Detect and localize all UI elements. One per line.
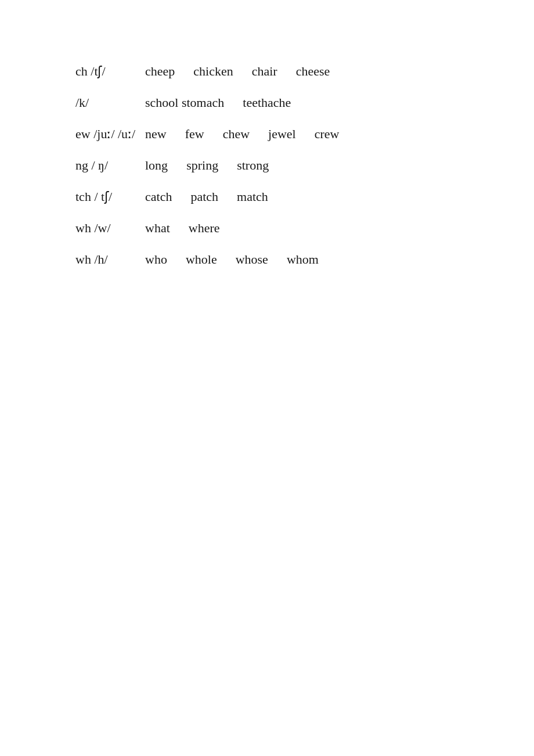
phonics-words-ew: newfewchewjewelcrew [145, 127, 339, 142]
word-wh-w-0: what [145, 221, 170, 236]
phonics-label-ew: ew /juː/ /uː/ [75, 127, 145, 142]
phonics-label-tch: tch / tʃ/ [75, 189, 145, 204]
word-wh-h-3: whom [287, 252, 319, 267]
phonics-words-k: school stomachteethache [145, 95, 291, 110]
phonics-row-k: /k/school stomachteethache [75, 95, 534, 110]
phonics-words-wh-w: whatwhere [145, 221, 220, 236]
word-k-1: teethache [243, 95, 291, 110]
word-tch-2: match [237, 189, 268, 204]
word-ng-1: spring [186, 158, 218, 173]
word-tch-1: patch [190, 189, 218, 204]
word-ng-0: long [145, 158, 168, 173]
word-ew-4: crew [315, 127, 340, 142]
word-ew-2: chew [223, 127, 250, 142]
phonics-label-wh-h: wh /h/ [75, 252, 145, 267]
phonics-words-ng: longspringstrong [145, 158, 269, 173]
word-wh-h-2: whose [236, 252, 268, 267]
phonics-row-ew: ew /juː/ /uː/newfewchewjewelcrew [75, 127, 534, 142]
word-ew-1: few [185, 127, 204, 142]
word-ew-0: new [145, 127, 167, 142]
word-tch-0: catch [145, 189, 172, 204]
phonics-words-tch: catchpatchmatch [145, 189, 268, 204]
word-wh-h-1: whole [186, 252, 217, 267]
phonics-row-ch: ch /tʃ/cheepchickenchaircheese [75, 64, 534, 79]
phonics-words-wh-h: whowholewhosewhom [145, 252, 319, 267]
word-ch-0: cheep [145, 64, 175, 79]
phonics-row-ng: ng / ŋ/longspringstrong [75, 158, 534, 173]
word-ch-1: chicken [193, 64, 233, 79]
word-ew-3: jewel [268, 127, 296, 142]
phonics-label-k: /k/ [75, 95, 145, 110]
main-content: ch /tʃ/cheepchickenchaircheese/k/school … [0, 0, 534, 267]
phonics-row-tch: tch / tʃ/catchpatchmatch [75, 189, 534, 204]
phonics-row-wh-h: wh /h/whowholewhosewhom [75, 252, 534, 267]
word-ch-2: chair [252, 64, 277, 79]
word-wh-h-0: who [145, 252, 167, 267]
word-ng-2: strong [237, 158, 269, 173]
phonics-label-wh-w: wh /w/ [75, 221, 145, 236]
phonics-row-wh-w: wh /w/whatwhere [75, 221, 534, 236]
phonics-label-ng: ng / ŋ/ [75, 158, 145, 173]
phonics-label-ch: ch /tʃ/ [75, 64, 145, 79]
word-k-0: school stomach [145, 95, 224, 110]
phonics-words-ch: cheepchickenchaircheese [145, 64, 330, 79]
word-wh-w-1: where [189, 221, 220, 236]
word-ch-3: cheese [296, 64, 330, 79]
